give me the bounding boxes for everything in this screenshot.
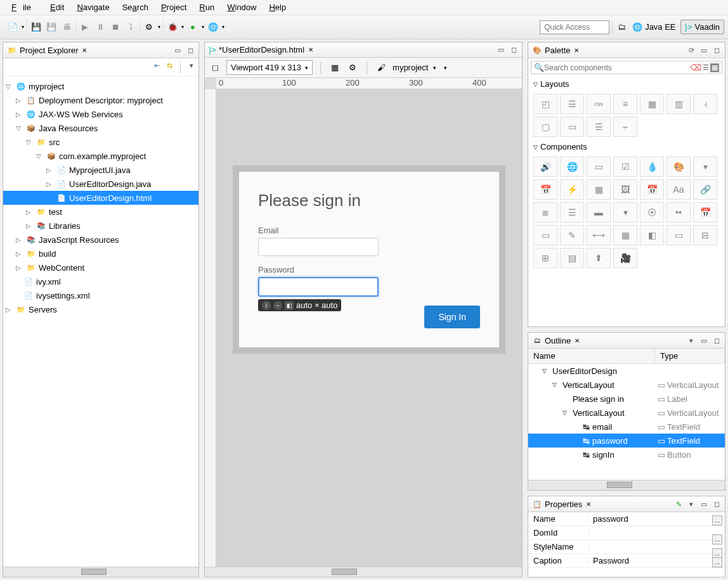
layout-split-h[interactable]: ⫞	[693, 94, 717, 114]
comp-tabsheet[interactable]: ◧	[640, 225, 664, 245]
comp-progress[interactable]: ▭	[533, 225, 557, 245]
property-row[interactable]: Namepassword…	[528, 512, 725, 526]
save-button[interactable]: 💾	[30, 21, 42, 34]
minimize-props-icon[interactable]: ▭	[699, 499, 708, 508]
properties-table[interactable]: Namepassword…DomId…StyleName…CaptionPass…	[528, 512, 725, 568]
outline-row[interactable]: ▽UserEditorDesign	[528, 364, 725, 378]
components-header[interactable]: ▽Components	[528, 139, 725, 154]
comp-table[interactable]: ▦	[613, 225, 637, 245]
outline-tree[interactable]: ▽UserEditorDesign▽VerticalLayout▭Vertica…	[528, 364, 725, 480]
menu-search[interactable]: Search	[116, 1, 155, 13]
comp-textfield[interactable]: ⊟	[693, 225, 717, 245]
minimize-palette-icon[interactable]: ▭	[699, 46, 708, 55]
viewport-select[interactable]: Viewport 419 x 313▾	[226, 60, 313, 75]
prop-edit-button[interactable]: …	[712, 534, 722, 545]
layout-grid[interactable]: ▦	[640, 94, 664, 114]
comp-richtext[interactable]: ✎	[560, 225, 584, 245]
comp-popup[interactable]: 📅	[693, 202, 717, 222]
menu-file[interactable]: File	[5, 1, 44, 13]
comp-tree[interactable]: ⊞	[533, 248, 557, 268]
comp-audio[interactable]: 🔊	[533, 157, 557, 177]
palette-search[interactable]: 🔍 ⌫ ☰ ▦	[531, 61, 722, 74]
settings-icon[interactable]: ⚙	[346, 61, 359, 74]
tree-jaxws[interactable]: ▷🌐JAX-WS Web Services	[3, 107, 198, 121]
comp-treetable[interactable]: ▤	[560, 248, 584, 268]
editor-tab-title[interactable]: *UserEditorDesign.html	[219, 45, 304, 55]
run-last-button[interactable]: 🌐	[207, 21, 219, 34]
comp-inlinedate[interactable]: 📅	[640, 179, 664, 200]
print-button[interactable]: 🖶	[60, 21, 73, 34]
menu-project[interactable]: Project	[155, 1, 193, 13]
stop-button[interactable]: ⏹	[109, 21, 122, 34]
theme-icon[interactable]: 🖌	[375, 61, 387, 74]
minimize-editor-icon[interactable]: ▭	[497, 46, 505, 55]
comp-menubar[interactable]: ☰	[560, 202, 584, 222]
tree-servers[interactable]: ▷📁Servers	[3, 302, 198, 316]
list-view-icon[interactable]: ☰	[701, 63, 710, 72]
layout-tab[interactable]: ▭	[560, 117, 584, 137]
layout-horizontal[interactable]: ▥	[666, 94, 691, 114]
new-prop-icon[interactable]: ✎	[674, 499, 683, 508]
layout-accordion[interactable]: ☰	[560, 94, 584, 114]
view-menu-icon[interactable]: ▾	[187, 61, 196, 70]
palette-search-input[interactable]	[544, 63, 690, 72]
menu-navigate[interactable]: Navigate	[70, 1, 115, 13]
pause-button[interactable]: ⏸	[94, 21, 107, 34]
maximize-outline-icon[interactable]: ◻	[712, 336, 721, 345]
comp-datefield[interactable]: 📅	[533, 179, 557, 200]
tree-deployment[interactable]: ▷📋Deployment Descriptor: myproject	[3, 93, 198, 107]
close-properties-icon[interactable]: ✕	[586, 501, 591, 508]
comp-video[interactable]: 🎥	[613, 248, 637, 268]
comp-textarea[interactable]: ▭	[666, 225, 691, 245]
run-button[interactable]: ●	[186, 21, 199, 34]
minimize-outline-icon[interactable]: ▭	[699, 336, 708, 345]
tree-test[interactable]: ▷📁test	[3, 205, 198, 219]
save-all-button[interactable]: 💾	[45, 21, 58, 34]
property-row[interactable]: DomId…	[528, 526, 725, 540]
menu-run[interactable]: Run	[193, 1, 221, 13]
comp-slider[interactable]: ⟷	[587, 225, 611, 245]
clear-search-icon[interactable]: ⌫	[690, 63, 701, 72]
comp-button[interactable]: ▭	[587, 157, 611, 177]
tree-src[interactable]: ▽📁src	[3, 135, 198, 149]
tree-javares[interactable]: ▽📦Java Resources	[3, 121, 198, 135]
tree-jsres[interactable]: ▷📚JavaScript Resources	[3, 233, 198, 247]
tree-webcontent[interactable]: ▷📁WebContent	[3, 261, 198, 274]
perspective-javaee[interactable]: 🌐 Java EE	[628, 20, 680, 34]
outline-scrollbar[interactable]	[528, 480, 725, 490]
comp-nativebtn[interactable]: ▬	[587, 202, 611, 222]
collapse-all-icon[interactable]: ⇤	[152, 61, 161, 70]
comp-optiongroup[interactable]: ⦿	[640, 202, 664, 222]
col-name[interactable]: Name	[528, 349, 655, 363]
maximize-editor-icon[interactable]: ◻	[509, 46, 518, 55]
comp-list[interactable]: ≣	[533, 202, 557, 222]
layout-css[interactable]: css	[587, 94, 611, 114]
props-menu-icon[interactable]: ▾	[687, 499, 696, 508]
close-tab-icon[interactable]: ✕	[82, 47, 87, 54]
property-row[interactable]: StyleName…	[528, 540, 725, 554]
link-editor-icon[interactable]: ⇆	[165, 61, 174, 70]
outline-row[interactable]: ↹signIn▭Button	[528, 448, 725, 461]
close-outline-icon[interactable]: ✕	[575, 337, 580, 344]
close-editor-icon[interactable]: ✕	[308, 46, 313, 53]
tree-ivy[interactable]: 📄ivy.xml	[3, 274, 198, 288]
project-tree[interactable]: ▽🌐myproject ▷📋Deployment Descriptor: myp…	[3, 77, 198, 567]
menu-window[interactable]: Window	[221, 1, 263, 13]
gear1-icon[interactable]: ⚙	[143, 21, 155, 34]
minimize-icon[interactable]: ▭	[173, 46, 182, 55]
refresh-icon[interactable]: ⟳	[687, 46, 696, 55]
comp-image[interactable]: 🖼	[613, 179, 637, 200]
bound-icon[interactable]: ◻	[209, 61, 221, 74]
close-palette-icon[interactable]: ✕	[574, 47, 579, 54]
outline-menu-icon[interactable]: ▾	[687, 336, 696, 345]
layout-absolute[interactable]: ◰	[533, 94, 557, 114]
comp-combobox[interactable]: ▾	[693, 157, 717, 177]
comp-flash[interactable]: ⚡	[560, 179, 584, 200]
prop-edit-button[interactable]: …	[712, 515, 722, 525]
tree-build[interactable]: ▷📁build	[3, 247, 198, 261]
perspective-vaadin[interactable]: }> Vaadin	[680, 20, 724, 34]
new-button[interactable]: 📄	[6, 21, 19, 34]
comp-colorarea[interactable]: 🎨	[666, 157, 691, 177]
layout-panel[interactable]: ▢	[533, 117, 557, 137]
open-perspective-icon[interactable]: 🗂	[615, 21, 628, 34]
